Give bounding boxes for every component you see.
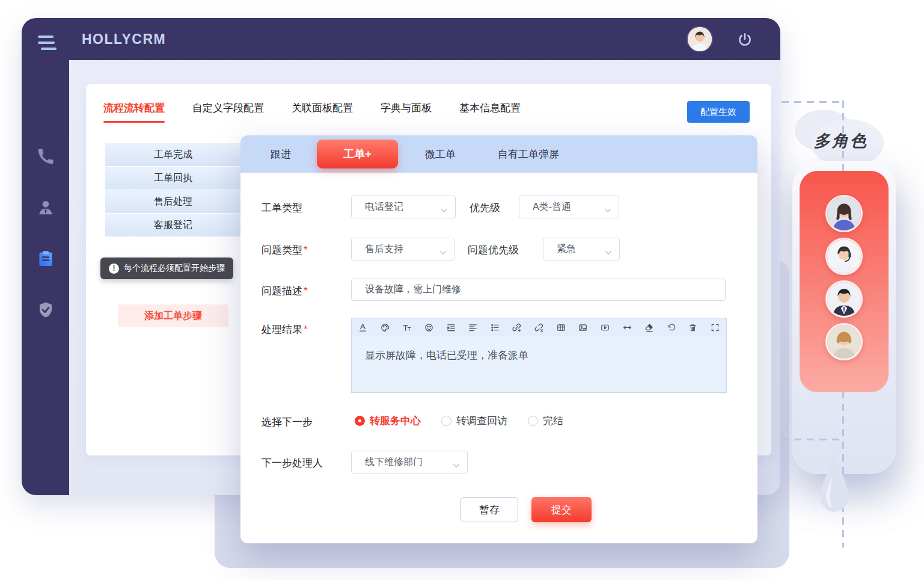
work-order-dialog: 跟进 工单+ 微工单 自有工单弹屏 工单类型 电话登记 优先级 A类-普通 问题… (240, 135, 757, 543)
issue-desc-label: 问题描述* (262, 284, 308, 298)
avatar-male-manager (825, 280, 863, 318)
editor-toolbar (351, 318, 727, 337)
priority-select[interactable]: A类-普通 (519, 196, 619, 218)
issue-priority-label: 问题优先级 (468, 243, 519, 257)
logout-power-icon[interactable] (737, 32, 753, 48)
chevron-down-icon (439, 247, 447, 251)
image-icon[interactable] (578, 322, 588, 333)
radio-finish[interactable]: 完结 (528, 414, 563, 428)
remove-link-icon[interactable] (534, 322, 544, 333)
issue-type-label: 问题类型* (262, 243, 308, 257)
dialog-tabbar: 跟进 工单+ 微工单 自有工单弹屏 (240, 135, 757, 173)
avatar-female-agent (825, 195, 863, 232)
work-order-type-label: 工单类型 (262, 201, 302, 215)
text-style-icon[interactable] (358, 322, 368, 333)
add-step-button[interactable]: 添加工单步骤 (118, 304, 228, 327)
dashed-guide-top (782, 101, 843, 103)
tab-own-order-popup[interactable]: 自有工单弹屏 (498, 147, 559, 161)
indent-icon[interactable] (446, 322, 456, 333)
step-row-service-register[interactable]: 客服登记 (105, 214, 241, 237)
tab-follow-up[interactable]: 跟进 (271, 147, 291, 161)
result-textarea[interactable]: 显示屏故障，电话已受理，准备派单 (351, 336, 727, 393)
horizontal-rule-icon[interactable] (622, 322, 632, 333)
chevron-down-icon (604, 205, 611, 209)
table-icon[interactable] (556, 322, 566, 333)
work-order-type-select[interactable]: 电话登记 (351, 196, 456, 218)
color-palette-icon[interactable] (380, 322, 390, 333)
radio-dot (355, 416, 365, 426)
sidebar-item-phone[interactable] (37, 147, 55, 165)
chevron-down-icon (441, 205, 448, 209)
font-size-icon[interactable] (402, 322, 412, 333)
result-label: 处理结果* (262, 322, 308, 336)
exclamation-icon: ! (109, 264, 119, 274)
config-tabs: 流程流转配置 自定义字段配置 关联面板配置 字典与面板 基本信息配置 (103, 101, 521, 119)
radio-dot (528, 416, 538, 426)
next-handler-select[interactable]: 线下维修部门 (351, 451, 468, 474)
fullscreen-icon[interactable] (710, 322, 720, 333)
avatar-female-agent-headset (825, 238, 863, 275)
dashed-guide-bottom (782, 439, 843, 440)
tab-dictionary-panel[interactable]: 字典与面板 (381, 101, 432, 119)
tab-process-flow-config[interactable]: 流程流转配置 (103, 101, 165, 119)
video-icon[interactable] (600, 322, 610, 333)
step-row-order-receipt[interactable]: 工单回执 (105, 167, 241, 190)
multi-role-label: 多角色 (814, 130, 868, 152)
issue-desc-input[interactable]: 设备故障，需上门维修 (351, 279, 726, 301)
issue-priority-select[interactable]: 紧急 (543, 238, 620, 261)
tab-custom-field-config[interactable]: 自定义字段配置 (192, 101, 264, 119)
droplet-shape (813, 445, 856, 526)
tab-micro-order[interactable]: 微工单 (425, 147, 456, 161)
sidebar-item-clipboard[interactable] (37, 250, 55, 268)
tab-work-order-active[interactable]: 工单+ (317, 140, 398, 168)
menu-icon[interactable] (38, 35, 58, 54)
submit-button[interactable]: 提交 (531, 497, 592, 522)
next-step-label: 选择下一步 (262, 415, 313, 429)
radio-transfer-survey-callback[interactable]: 转调查回访 (441, 414, 507, 428)
user-avatar[interactable] (688, 27, 712, 51)
multi-role-panel (800, 171, 889, 392)
radio-transfer-service-center[interactable]: 转服务中心 (355, 414, 421, 428)
delete-icon[interactable] (688, 322, 698, 333)
brand-logo: HOLLYCRM (82, 31, 166, 48)
emoji-icon[interactable] (424, 322, 434, 333)
issue-type-select[interactable]: 售后支持 (351, 238, 454, 261)
warning-toast: ! 每个流程必须配置开始步骤 (100, 258, 233, 279)
step-row-order-complete[interactable]: 工单完成 (105, 143, 241, 167)
avatar-female-specialist (825, 323, 863, 360)
workflow-step-list: 工单完成 工单回执 售后处理 客服登记 (105, 143, 241, 237)
step-row-aftersales[interactable]: 售后处理 (105, 190, 241, 214)
sidebar-nav (22, 147, 69, 319)
insert-link-icon[interactable] (512, 322, 522, 333)
sidebar-item-user[interactable] (37, 199, 55, 217)
radio-dot (441, 416, 451, 426)
tab-related-panel-config[interactable]: 关联面板配置 (292, 101, 353, 119)
align-left-icon[interactable] (468, 322, 478, 333)
sidebar-item-shield-check[interactable] (37, 301, 55, 319)
screen: HOLLYCRM 流程流转配置 自定义字段配置 关联面板配置 字典与面板 基本信… (0, 0, 924, 580)
chevron-down-icon (605, 247, 612, 251)
eraser-icon[interactable] (644, 322, 654, 333)
bullet-list-icon[interactable] (490, 322, 500, 333)
toast-text: 每个流程必须配置开始步骤 (124, 263, 225, 274)
priority-label: 优先级 (470, 201, 500, 215)
avatar-image (688, 27, 712, 51)
chevron-down-icon (453, 460, 460, 464)
apply-config-button[interactable]: 配置生效 (687, 101, 750, 123)
next-handler-label: 下一步处理人 (262, 456, 323, 470)
tab-basic-info-config[interactable]: 基本信息配置 (459, 101, 521, 119)
undo-icon[interactable] (666, 322, 676, 333)
next-step-radio-group: 转服务中心 转调查回访 完结 (355, 414, 563, 428)
save-draft-button[interactable]: 暂存 (460, 497, 518, 522)
